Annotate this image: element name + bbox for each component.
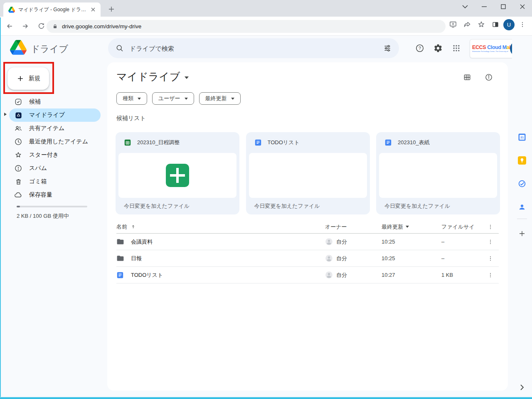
sidebar-item-my-drive[interactable]: マイドライブ — [9, 108, 101, 122]
column-modified[interactable]: 最終更新 — [382, 223, 409, 231]
sidebar-item-suggested[interactable]: 候補 — [9, 95, 101, 108]
drive-favicon-icon — [8, 7, 15, 13]
window-maximize-button[interactable] — [494, 0, 513, 13]
search-input[interactable] — [130, 45, 383, 52]
approval-check-icon — [14, 98, 22, 106]
table-row[interactable]: 会議資料 自分 10:25 – — [116, 234, 499, 250]
search-bar[interactable] — [108, 38, 399, 58]
filter-chip-type[interactable]: 種類 — [116, 92, 147, 105]
tab-title: マイドライブ - Google ドライブ — [18, 6, 90, 13]
folder-icon — [116, 238, 124, 246]
calendar-icon[interactable]: 31 — [514, 129, 530, 145]
owner-avatar-icon — [325, 254, 333, 262]
column-owner[interactable]: オーナー — [325, 223, 347, 231]
suggestion-card[interactable]: 202310_表紙 今日変更を加えたファイル — [376, 132, 500, 214]
browser-window: マイドライブ - Google ドライブ — [0, 0, 532, 399]
drive-logo-icon[interactable] — [10, 40, 27, 55]
filter-chip-modified[interactable]: 最終更新 — [199, 92, 241, 105]
contacts-icon[interactable] — [514, 199, 530, 215]
svg-text:31: 31 — [520, 135, 524, 139]
tasks-icon[interactable] — [514, 175, 530, 192]
row-more-kebab-icon[interactable] — [484, 256, 497, 261]
my-drive-icon — [14, 111, 22, 119]
tab-strip: マイドライブ - Google ドライブ — [0, 0, 532, 17]
sidebar-item-recent[interactable]: 最近使用したアイテム — [9, 135, 101, 148]
drive-header: ドライブ ? ECCS Clo — [0, 36, 532, 62]
install-app-icon[interactable] — [447, 18, 459, 31]
header-more-kebab-icon[interactable] — [484, 224, 497, 230]
secure-lock-icon[interactable] — [52, 23, 58, 30]
main-content: マイドライブ 種類 ユーザー 最終更新 候補リ — [107, 62, 508, 391]
forward-button[interactable] — [19, 20, 32, 32]
eccs-logo: ECCS Cloud Mail Information Technology C… — [472, 45, 509, 53]
file-table-header: 名前 オーナー 最終更新 ファイルサイ — [116, 220, 499, 234]
title-dropdown-caret-icon — [185, 76, 189, 79]
sheets-file-icon — [124, 139, 131, 146]
browser-profile-avatar[interactable]: U — [503, 19, 515, 30]
bookmark-star-icon[interactable] — [475, 18, 488, 31]
window-minimize-button[interactable] — [475, 0, 494, 13]
sidebar-item-trash[interactable]: ゴミ箱 — [9, 175, 101, 188]
eccs-word: Cloud — [487, 44, 501, 50]
get-addons-plus-icon[interactable] — [514, 225, 530, 242]
filter-chip-people[interactable]: ユーザー — [152, 92, 194, 105]
new-tab-button[interactable] — [106, 3, 117, 15]
reload-button[interactable] — [35, 20, 47, 32]
share-icon[interactable] — [461, 18, 473, 31]
header-action-icons: ? — [411, 40, 465, 57]
suggestion-cards: 202310_日程調整 今日変更を加えたファイル TODOリスト 今日変更を加え… — [116, 132, 500, 214]
settings-gear-icon[interactable] — [430, 40, 446, 57]
hide-side-panel-chevron-icon[interactable] — [514, 379, 530, 396]
sidebar-item-shared[interactable]: 共有アイテム — [9, 122, 101, 135]
clock-icon — [14, 138, 22, 146]
docs-file-icon — [254, 139, 262, 146]
grid-view-icon[interactable] — [460, 70, 475, 85]
help-icon[interactable]: ? — [411, 40, 428, 57]
window-close-button[interactable] — [513, 0, 532, 13]
expand-arrow-icon[interactable] — [4, 113, 7, 116]
url-bar[interactable]: drive.google.com/drive/my-drive — [47, 20, 446, 33]
folder-icon — [116, 254, 124, 262]
suggestion-card[interactable]: TODOリスト 今日変更を加えたファイル — [246, 132, 370, 214]
side-panel-rail: 31 — [512, 36, 532, 398]
owner-avatar-icon — [325, 271, 333, 279]
sort-ascending-icon — [131, 224, 136, 229]
suggestions-heading: 候補リスト — [116, 115, 146, 122]
file-preview — [249, 153, 367, 198]
sidebar-item-starred[interactable]: スター付き — [9, 148, 101, 162]
chevron-down-icon — [138, 98, 141, 100]
tab-close-icon[interactable] — [90, 6, 96, 13]
docs-file-icon — [116, 271, 124, 279]
search-icon[interactable] — [116, 44, 124, 52]
table-row[interactable]: 日報 自分 10:25 – — [116, 250, 499, 267]
row-more-kebab-icon[interactable] — [484, 239, 497, 245]
eccs-subtitle: Information Technology Center, The Unive… — [472, 51, 509, 52]
chevron-down-icon — [231, 98, 234, 100]
browser-tab[interactable]: マイドライブ - Google ドライブ — [3, 2, 101, 17]
back-button[interactable] — [3, 20, 16, 32]
column-name[interactable]: 名前 — [116, 223, 136, 231]
page-title[interactable]: マイドライブ — [116, 70, 189, 84]
browser-menu-kebab-icon[interactable] — [516, 18, 529, 31]
google-apps-grid-icon[interactable] — [448, 40, 465, 57]
keep-icon[interactable] — [514, 152, 530, 169]
svg-text:?: ? — [419, 46, 421, 51]
suggestion-card[interactable]: 202310_日程調整 今日変更を加えたファイル — [116, 132, 239, 214]
chevron-down-icon — [185, 98, 188, 100]
sidebar-item-storage[interactable]: 保存容量 — [9, 188, 101, 202]
column-size[interactable]: ファイルサイ — [441, 223, 475, 231]
table-row[interactable]: TODOリスト 自分 10:27 1 KB — [116, 267, 499, 283]
side-panel-icon[interactable] — [489, 18, 502, 31]
trash-icon — [14, 177, 22, 186]
tab-search-chevron-icon[interactable] — [456, 0, 475, 13]
view-controls — [460, 70, 496, 85]
sidebar-item-spam[interactable]: スパム — [9, 162, 101, 175]
sort-descending-caret-icon — [406, 226, 409, 228]
info-icon[interactable] — [481, 70, 496, 85]
capture-border-bottom — [0, 397, 532, 399]
file-preview — [118, 153, 236, 198]
app-name: ドライブ — [31, 43, 68, 55]
row-more-kebab-icon[interactable] — [484, 272, 497, 278]
storage-progress-bar — [17, 206, 87, 207]
search-options-tune-icon[interactable] — [383, 44, 392, 52]
